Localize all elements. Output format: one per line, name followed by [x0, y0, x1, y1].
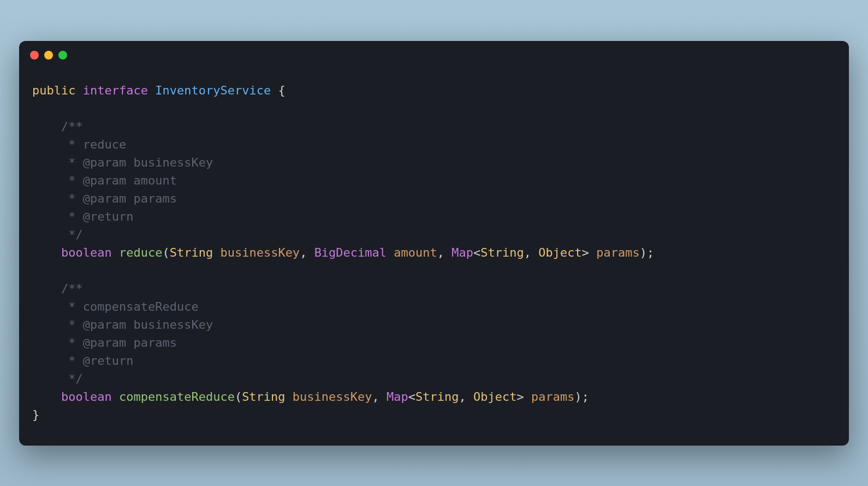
javadoc-return-tag: * @return: [32, 354, 133, 368]
method-name: compensateReduce: [119, 390, 235, 404]
paren-open: (: [235, 390, 242, 404]
maximize-icon[interactable]: [58, 51, 67, 60]
javadoc-param-tag: * @param: [32, 318, 126, 331]
minimize-icon[interactable]: [44, 51, 53, 60]
generic-open: <: [408, 390, 415, 404]
javadoc-param-tag: * @param: [32, 174, 126, 187]
javadoc-line: * compensateReduce: [32, 300, 199, 313]
generic-sep: ,: [459, 390, 474, 404]
type-string: String: [480, 246, 524, 259]
paren-close: );: [640, 246, 655, 259]
param-name: params: [596, 246, 639, 259]
param-name: amount: [394, 246, 437, 259]
javadoc-line: * reduce: [32, 138, 126, 151]
type-string: String: [242, 390, 285, 404]
type-map: Map: [451, 246, 473, 259]
generic-close: >: [517, 390, 524, 404]
javadoc-param-name: businessKey: [126, 318, 213, 331]
type-string: String: [415, 390, 459, 404]
javadoc-close: */: [32, 372, 83, 386]
type-object: Object: [473, 390, 516, 404]
javadoc-param-tag: * @param: [32, 336, 126, 349]
param-name: params: [531, 390, 574, 404]
close-brace: }: [32, 408, 39, 422]
paren-close: );: [575, 390, 590, 404]
param-name: businessKey: [293, 390, 372, 404]
javadoc-return-tag: * @return: [32, 210, 133, 223]
javadoc-param-name: params: [126, 336, 177, 349]
code-content: public interface InventoryService { /** …: [19, 60, 849, 446]
generic-close: >: [582, 246, 589, 259]
comma: ,: [437, 246, 452, 259]
param-name: businessKey: [220, 246, 300, 259]
javadoc-close: */: [32, 228, 83, 241]
keyword-boolean: boolean: [61, 246, 112, 259]
class-name: InventoryService: [155, 84, 271, 97]
comma: ,: [300, 246, 314, 259]
type-bigdecimal: BigDecimal: [314, 246, 387, 259]
keyword-public: public: [32, 84, 75, 97]
type-object: Object: [538, 246, 581, 259]
generic-sep: ,: [524, 246, 539, 259]
paren-open: (: [162, 246, 169, 259]
javadoc-param-tag: * @param: [32, 192, 126, 205]
javadoc-open: /**: [61, 282, 83, 295]
close-icon[interactable]: [30, 51, 39, 60]
comma: ,: [372, 390, 387, 404]
code-window: public interface InventoryService { /** …: [19, 41, 849, 446]
javadoc-param-tag: * @param: [32, 156, 126, 169]
method-name: reduce: [119, 246, 162, 259]
javadoc-param-name: amount: [126, 174, 177, 187]
keyword-boolean: boolean: [61, 390, 112, 404]
window-titlebar: [19, 41, 849, 60]
type-string: String: [170, 246, 213, 259]
keyword-interface: interface: [83, 84, 148, 97]
generic-open: <: [473, 246, 480, 259]
javadoc-param-name: businessKey: [126, 156, 213, 169]
open-brace: {: [278, 84, 285, 97]
javadoc-param-name: params: [126, 192, 177, 205]
type-map: Map: [387, 390, 408, 404]
javadoc-open: /**: [61, 120, 83, 133]
